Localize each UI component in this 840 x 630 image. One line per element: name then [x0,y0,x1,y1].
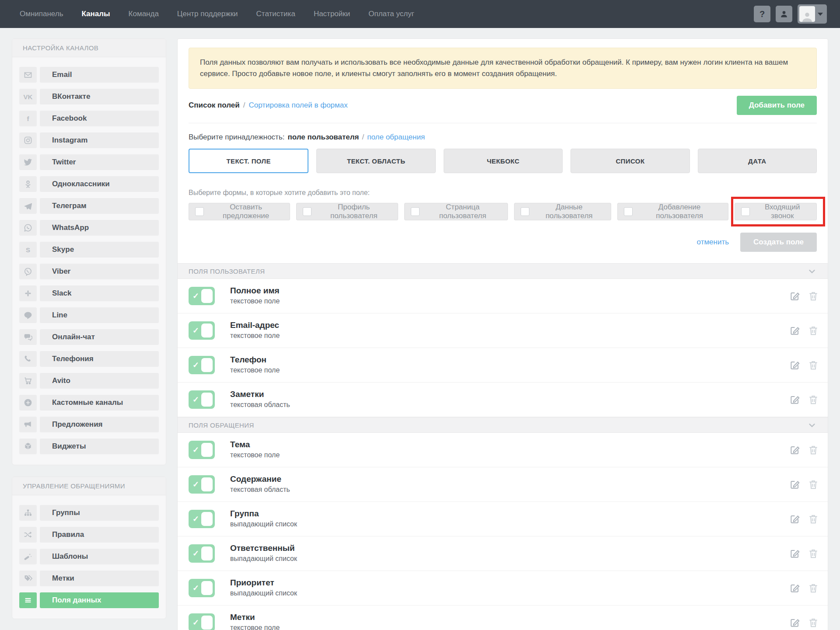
delete-field-button[interactable] [808,513,819,525]
field-enabled-toggle[interactable]: ✓ [189,613,215,630]
sidebar-item-label: Email [40,67,159,83]
tab-text-field[interactable]: ТЕКСТ. ПОЛЕ [189,149,308,173]
sidebar-item-tags[interactable]: Метки [19,571,159,586]
edit-field-button[interactable] [789,582,801,594]
form-checkbox-add-user[interactable]: Добавление пользователя [617,203,729,220]
sidebar-item-widgets[interactable]: Виджеты [19,439,159,454]
ok-icon [19,176,37,192]
delete-field-button[interactable] [808,325,819,336]
sidebar-item-rules[interactable]: Правила [19,527,159,543]
field-enabled-toggle[interactable]: ✓ [189,579,215,597]
nav-item-channels[interactable]: Каналы [82,10,110,18]
nav-item-payment[interactable]: Оплата услуг [368,10,414,18]
tab-list[interactable]: СПИСОК [570,149,690,173]
section-header-ticket-fields: ПОЛЯ ОБРАЩЕНИЯ [178,417,828,433]
delete-field-button[interactable] [808,479,819,490]
checkbox-icon[interactable] [741,207,750,216]
help-icon: ? [760,9,765,19]
create-field-button[interactable]: Создать поле [740,233,817,252]
sidebar-item-facebook[interactable]: fFacebook [19,111,159,126]
edit-field-button[interactable] [789,359,801,371]
field-enabled-toggle[interactable]: ✓ [189,544,215,563]
sidebar-item-telegram[interactable]: Телеграм [19,198,159,214]
field-row-full-name: ✓Полное имятекстовое поле [178,279,828,313]
edit-field-button[interactable] [789,548,801,559]
edit-field-button[interactable] [789,444,801,456]
sidebar-item-vkontakte[interactable]: VKВКонтакте [19,89,159,104]
sort-fields-link[interactable]: Сортировка полей в формах [249,101,348,110]
field-enabled-toggle[interactable]: ✓ [189,441,215,459]
sidebar-item-online-chat[interactable]: Онлайн-чат [19,329,159,345]
delete-field-button[interactable] [808,444,819,456]
delete-field-button[interactable] [808,394,819,405]
form-checkbox-leave-offer[interactable]: Оставить предложение [189,203,290,220]
sidebar-item-avito[interactable]: Avito [19,373,159,389]
nav-item-settings[interactable]: Настройки [314,10,350,18]
cancel-link[interactable]: отменить [697,238,729,247]
delete-field-button[interactable] [808,290,819,302]
sidebar-item-groups[interactable]: Группы [19,505,159,521]
sidebar-item-custom-channels[interactable]: Кастомные каналы [19,395,159,411]
field-enabled-toggle[interactable]: ✓ [189,510,215,528]
collapse-section-button[interactable] [807,266,817,276]
sidebar-item-instagram[interactable]: Instagram [19,132,159,148]
nav-item-statistics[interactable]: Статистика [256,10,295,18]
delete-field-button[interactable] [808,617,819,628]
sidebar-item-slack[interactable]: Slack [19,285,159,301]
field-name: Email-адрес [230,320,789,331]
form-checkbox-incoming-call[interactable]: Входящий звонок [735,203,817,220]
sidebar-item-line[interactable]: Line [19,307,159,323]
field-enabled-toggle[interactable]: ✓ [189,321,215,340]
nav-item-support-center[interactable]: Центр поддержки [177,10,238,18]
help-button[interactable]: ? [754,6,770,22]
field-enabled-toggle[interactable]: ✓ [189,356,215,374]
sidebar-item-email[interactable]: Email [19,67,159,83]
checkbox-icon[interactable] [411,207,420,216]
delete-field-button[interactable] [808,359,819,371]
sidebar-item-telephony[interactable]: Телефония [19,351,159,367]
add-field-button[interactable]: Добавить поле [737,96,817,115]
field-enabled-toggle[interactable]: ✓ [189,287,215,305]
chevron-down-icon [818,13,823,16]
sidebar-item-skype[interactable]: SSkype [19,242,159,258]
edit-field-button[interactable] [789,290,801,302]
person-icon [780,10,788,18]
sidebar-section-title: НАСТРОЙКА КАНАЛОВ [12,39,166,57]
profile-button[interactable] [776,6,792,22]
edit-field-button[interactable] [789,479,801,490]
delete-field-button[interactable] [808,582,819,594]
ownership-ticket-link[interactable]: поле обращения [367,133,425,142]
field-type: текстовая область [230,484,789,495]
sidebar-item-templates[interactable]: Шаблоны [19,549,159,564]
edit-field-button[interactable] [789,617,801,628]
tab-text-area[interactable]: ТЕКСТ. ОБЛАСТЬ [316,149,435,173]
account-menu-button[interactable] [798,4,827,24]
sidebar-item-data-fields[interactable]: Поля данных [19,592,159,608]
sidebar-item-viber[interactable]: Viber [19,264,159,279]
collapse-section-button[interactable] [807,420,817,430]
checkbox-icon[interactable] [195,207,204,216]
edit-field-button[interactable] [789,325,801,336]
tab-checkbox[interactable]: ЧЕКБОКС [444,149,563,173]
nav-item-team[interactable]: Команда [129,10,159,18]
form-checkbox-user-profile[interactable]: Профиль пользователя [296,203,398,220]
sidebar-item-label: Line [40,307,159,323]
sidebar-item-odnoklassniki[interactable]: Одноклассники [19,176,159,192]
sidebar-item-offers[interactable]: Предложения [19,417,159,432]
sidebar-item-whatsapp[interactable]: WhatsApp [19,220,159,236]
trash-icon [808,582,819,594]
checkbox-icon[interactable] [624,207,633,216]
delete-field-button[interactable] [808,548,819,559]
form-checkbox-user-page[interactable]: Страница пользователя [404,203,508,220]
field-enabled-toggle[interactable]: ✓ [189,390,215,409]
nav-item-omnipanel[interactable]: Омнипанель [20,10,63,18]
section-title: ПОЛЯ ПОЛЬЗОВАТЕЛЯ [189,268,265,275]
checkbox-icon[interactable] [521,207,529,216]
tab-date[interactable]: ДАТА [698,149,817,173]
field-enabled-toggle[interactable]: ✓ [189,475,215,494]
edit-field-button[interactable] [789,394,801,405]
checkbox-icon[interactable] [303,207,312,216]
form-checkbox-user-data[interactable]: Данные пользователя [514,203,611,220]
sidebar-item-twitter[interactable]: Twitter [19,154,159,170]
edit-field-button[interactable] [789,513,801,525]
